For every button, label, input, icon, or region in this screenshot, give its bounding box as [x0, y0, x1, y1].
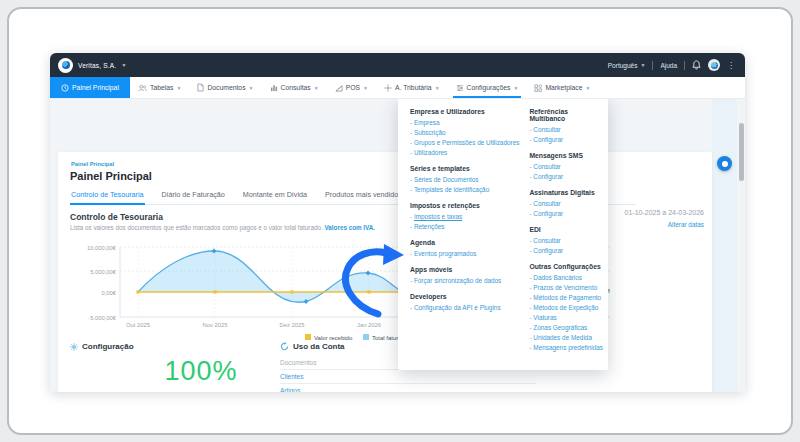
usage-item-artigos[interactable]: Artigos	[280, 384, 536, 392]
pos-icon	[335, 84, 343, 92]
dropdown-item-sms-configurar[interactable]: Configurar	[529, 172, 601, 182]
menu-label: Consultas	[281, 84, 311, 91]
chevron-down-icon: ▼	[640, 62, 645, 68]
configuracao-title: Configuração	[82, 342, 134, 351]
dashboard-card: Painel Principal Painel Principal Contro…	[58, 152, 712, 392]
breadcrumb[interactable]: Painel Principal	[71, 161, 114, 167]
dropdown-section-title: Séries e templates	[410, 165, 519, 172]
x-tick: Out 2025	[126, 322, 150, 328]
top-navbar: Veritas, S.A. ▼ Português ▼ Ajuda ⋮	[50, 53, 745, 77]
language-label: Português	[608, 62, 638, 69]
dropdown-item-multibanco-consultar[interactable]: Consultar	[529, 125, 601, 135]
dropdown-item-retencoes[interactable]: Retenções	[410, 222, 519, 232]
company-selector[interactable]: Veritas, S.A. ▼	[50, 58, 126, 73]
menu-item-pos[interactable]: POS ▼	[327, 77, 376, 98]
dropdown-item-eventos-programados[interactable]: Eventos programados	[410, 249, 519, 259]
dropdown-item-prazos-vencimento[interactable]: Prazos de Vencimento	[529, 283, 601, 293]
settings-sliders-icon	[456, 84, 464, 92]
users-icon	[138, 84, 147, 92]
dropdown-item-subscricao[interactable]: Subscrição	[410, 128, 519, 138]
y-tick: 10.000,00€	[87, 245, 117, 251]
y-tick: 5.000,00€	[90, 269, 117, 275]
dropdown-item-edi-configurar[interactable]: Configurar	[529, 246, 601, 256]
usage-item-clientes[interactable]: Clientes	[280, 370, 536, 384]
bar-chart-icon	[270, 84, 278, 92]
uso-da-conta-title: Uso da Conta	[293, 342, 345, 351]
menu-label: Painel Principal	[72, 84, 119, 91]
dropdown-section-title: Agenda	[410, 239, 519, 246]
section-title: Controlo de Tesouraria	[70, 212, 163, 222]
menu-label: A. Tributária	[395, 84, 432, 91]
help-link[interactable]: Ajuda	[660, 62, 677, 69]
configuracoes-dropdown: Empresa e Utilizadores Empresa Subscriçã…	[398, 99, 608, 370]
dropdown-item-forcar-sincronizacao[interactable]: Forçar sincronização de dados	[410, 276, 519, 286]
dropdown-item-viaturas[interactable]: Viaturas	[529, 313, 601, 323]
tab-diario-de-faturacao[interactable]: Diário de Faturação	[161, 190, 226, 204]
dropdown-item-multibanco-configurar[interactable]: Configurar	[529, 135, 601, 145]
dropdown-item-zonas-geograficas[interactable]: Zonas Geográficas	[529, 323, 601, 333]
y-tick: 0,00€	[101, 290, 116, 296]
main-menubar: Painel Principal Tabelas ▼ Documentos ▼ …	[50, 77, 745, 99]
dropdown-item-grupos-permissoes[interactable]: Grupos e Permissões de Utilizadores	[410, 138, 519, 148]
dropdown-item-empresa[interactable]: Empresa	[410, 118, 519, 128]
subtitle-text: Lista os valores dos documentos que estã…	[70, 224, 323, 231]
tab-montante-em-divida[interactable]: Montante em Dívida	[242, 190, 308, 204]
dropdown-item-impostos-e-taxas[interactable]: Impostos e taxas	[410, 212, 519, 222]
company-name: Veritas, S.A.	[78, 62, 116, 69]
right-panel-strip	[712, 99, 737, 392]
menu-item-tabelas[interactable]: Tabelas ▼	[130, 77, 189, 98]
dropdown-section-title: Mensagens SMS	[529, 152, 601, 159]
dropdown-item-assinaturas-consultar[interactable]: Consultar	[529, 199, 601, 209]
page-title: Painel Principal	[70, 170, 152, 182]
menu-label: Documentos	[207, 84, 245, 91]
menu-item-marketplace[interactable]: Marketplace ▼	[526, 77, 598, 98]
dropdown-left-column: Empresa e Utilizadores Empresa Subscriçã…	[410, 108, 519, 370]
menu-item-documentos[interactable]: Documentos ▼	[189, 77, 261, 98]
menu-label: Tabelas	[150, 84, 173, 91]
chevron-down-icon: ▼	[435, 85, 440, 91]
dropdown-item-unidades-medida[interactable]: Unidades de Medida	[529, 333, 601, 343]
valores-com-iva-link[interactable]: Valores com IVA.	[324, 224, 375, 231]
user-avatar[interactable]	[708, 59, 720, 71]
menu-item-painel-principal[interactable]: Painel Principal	[50, 77, 130, 98]
dropdown-section-title: Empresa e Utilizadores	[410, 108, 519, 115]
dropdown-section-title: Outras Configurações	[529, 263, 601, 270]
refresh-icon	[280, 342, 289, 351]
x-tick: Dez 2025	[280, 322, 305, 328]
menu-label: POS	[346, 84, 360, 91]
chevron-down-icon: ▼	[585, 85, 590, 91]
chevron-down-icon: ▼	[176, 85, 181, 91]
language-selector[interactable]: Português ▼	[608, 62, 646, 69]
x-tick: Nov 2025	[203, 322, 228, 328]
dropdown-item-edi-consultar[interactable]: Consultar	[529, 236, 601, 246]
dropdown-item-configuracao-api-plugins[interactable]: Configuração da API e Plugins	[410, 303, 519, 313]
menu-label: Configurações	[467, 84, 511, 91]
notifications-bell-icon[interactable]	[692, 60, 701, 70]
dropdown-item-assinaturas-configurar[interactable]: Configurar	[529, 209, 601, 219]
tab-controlo-de-tesouraria[interactable]: Controlo de Tesouraria	[70, 190, 145, 204]
document-icon	[197, 83, 204, 92]
dropdown-item-series-documentos[interactable]: Séries de Documentos	[410, 175, 519, 185]
menu-item-consultas[interactable]: Consultas ▼	[262, 77, 327, 98]
tab-produtos-mais-vendidos[interactable]: Produtos mais vendidos	[324, 190, 403, 204]
legend-valor-recebido: Valor recebido	[314, 335, 353, 341]
page-content: Painel Principal Painel Principal Contro…	[50, 99, 745, 392]
dropdown-section-title: EDI	[529, 226, 601, 233]
scrollbar[interactable]	[739, 101, 744, 390]
dropdown-section-title: Impostos e retenções	[410, 202, 519, 209]
menu-item-configuracoes[interactable]: Configurações ▼	[448, 77, 527, 98]
help-button[interactable]	[717, 156, 732, 171]
scrollbar-thumb[interactable]	[739, 123, 744, 181]
dropdown-item-dados-bancarios[interactable]: Dados Bancários	[529, 273, 601, 283]
dropdown-item-utilizadores[interactable]: Utilizadores	[410, 148, 519, 158]
chevron-down-icon: ▼	[363, 85, 368, 91]
dropdown-item-mensagens-predefinidas[interactable]: Mensagens predefinidas	[529, 343, 601, 353]
kebab-menu-icon[interactable]: ⋮	[727, 61, 735, 70]
dropdown-item-metodos-pagamento[interactable]: Métodos de Pagamento	[529, 293, 601, 303]
change-dates-link[interactable]: Alterar datas	[668, 221, 704, 228]
dropdown-section-title: Developers	[410, 293, 519, 300]
dropdown-item-metodos-expedicao[interactable]: Métodos de Expedição	[529, 303, 601, 313]
dropdown-item-sms-consultar[interactable]: Consultar	[529, 162, 601, 172]
dropdown-item-templates-identificacao[interactable]: Templates de identificação	[410, 185, 519, 195]
menu-item-a-tributaria[interactable]: A. Tributária ▼	[376, 77, 448, 98]
